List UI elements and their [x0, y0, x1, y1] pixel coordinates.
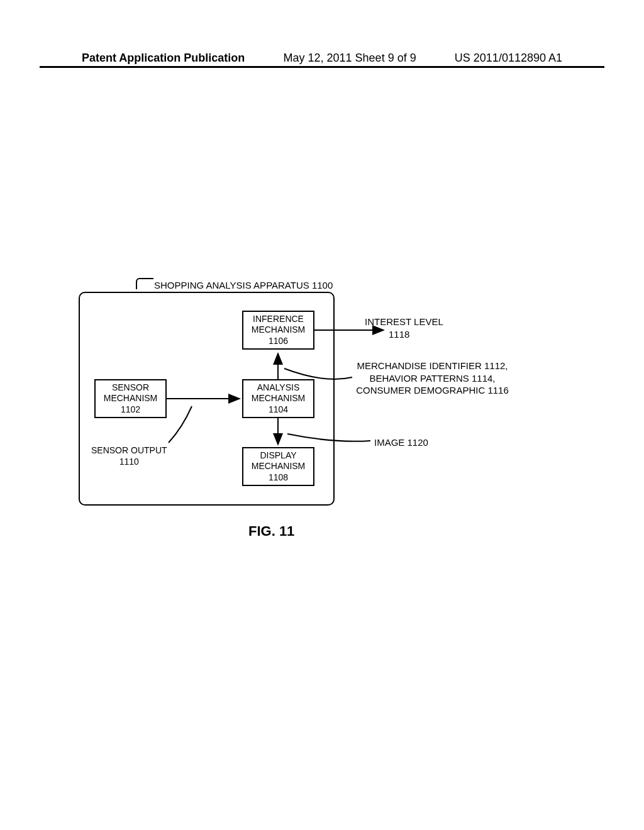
- image-label: IMAGE 1120: [374, 437, 428, 448]
- diagram: SHOPPING ANALYSIS APPARATUS 1100 SENSOR …: [79, 283, 569, 541]
- header-right: US 2011/0112890 A1: [455, 52, 562, 65]
- analysis-mechanism-block: ANALYSIS MECHANISM 1104: [242, 379, 314, 418]
- label-line: 1110: [119, 456, 139, 467]
- block-line: MECHANISM: [252, 461, 306, 472]
- block-line: MECHANISM: [252, 324, 306, 336]
- sensor-output-label: SENSOR OUTPUT 1110: [91, 445, 167, 467]
- block-line: 1106: [269, 336, 288, 347]
- block-line: SENSOR: [112, 382, 149, 394]
- display-mechanism-block: DISPLAY MECHANISM 1108: [242, 447, 314, 486]
- label-line: 1118: [389, 329, 409, 340]
- header-center: May 12, 2011 Sheet 9 of 9: [284, 52, 416, 65]
- block-line: 1102: [121, 404, 140, 416]
- header-left: Patent Application Publication: [82, 52, 245, 65]
- merchandise-label: MERCHANDISE IDENTIFIER 1112, BEHAVIOR PA…: [349, 360, 516, 397]
- page-header: Patent Application Publication May 12, 2…: [0, 52, 644, 65]
- block-line: INFERENCE: [253, 314, 304, 325]
- block-line: 1104: [269, 404, 288, 416]
- apparatus-title: SHOPPING ANALYSIS APPARATUS 1100: [154, 280, 333, 290]
- label-line: CONSUMER DEMOGRAPHIC 1116: [356, 385, 509, 396]
- label-line: BEHAVIOR PATTERNS 1114,: [369, 373, 495, 384]
- label-line: INTEREST LEVEL: [365, 316, 443, 327]
- block-line: MECHANISM: [104, 393, 158, 404]
- interest-level-label: INTEREST LEVEL 1118: [365, 316, 443, 340]
- block-line: DISPLAY: [260, 450, 296, 462]
- label-line: SENSOR OUTPUT: [91, 445, 167, 455]
- block-line: 1108: [269, 472, 288, 484]
- header-divider: [40, 66, 604, 68]
- figure-caption: FIG. 11: [248, 523, 294, 540]
- label-line: MERCHANDISE IDENTIFIER 1112,: [357, 360, 508, 371]
- block-line: MECHANISM: [252, 393, 306, 404]
- block-line: ANALYSIS: [257, 382, 299, 394]
- sensor-mechanism-block: SENSOR MECHANISM 1102: [94, 379, 167, 418]
- title-leader-line: [136, 278, 153, 289]
- inference-mechanism-block: INFERENCE MECHANISM 1106: [242, 311, 314, 350]
